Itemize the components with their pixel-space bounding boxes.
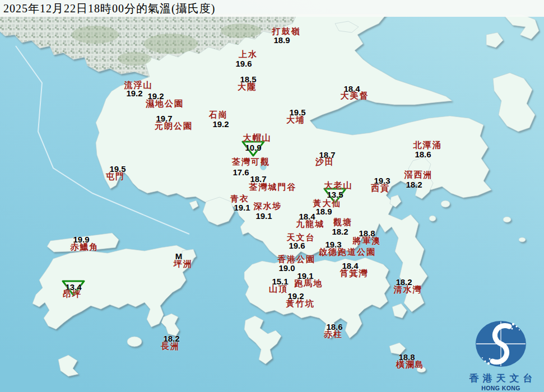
station-name: 赤鱲角	[71, 242, 99, 253]
station-name: 橫瀾島	[396, 360, 425, 370]
station-name: 北潭涌	[413, 140, 442, 151]
hko-logo-name-zh: 香港天文台	[459, 372, 543, 385]
map-title-bar: 2025年12月22日18時00分的氣溫(攝氏度)	[0, 0, 544, 17]
station-name: 深水埗	[254, 201, 282, 212]
station-value: 18.2	[406, 180, 422, 189]
station-name: 山頂	[269, 284, 288, 295]
station-value: 19.2	[212, 119, 229, 129]
station-name: 跑馬地	[295, 278, 323, 289]
station-name: 黃大仙	[313, 198, 342, 209]
station-name: 荃灣可觀	[232, 157, 270, 167]
station-name: 青衣	[230, 194, 249, 204]
station-name: 打鼓嶺	[272, 26, 301, 37]
station-name: 赤柱	[324, 329, 343, 340]
station-name: 元朗公園	[155, 121, 193, 132]
station-name: 將軍澳	[353, 236, 382, 246]
station-name: 清水灣	[394, 284, 422, 295]
station-name: 大帽山	[243, 133, 272, 143]
station-name: 大隴	[238, 82, 257, 92]
station-name: 荃灣城門谷	[249, 182, 297, 193]
station-name: 長洲	[161, 341, 180, 352]
station-name: 沙田	[315, 157, 334, 167]
station-name: 筲箕灣	[340, 268, 369, 279]
map-title: 2025年12月22日18時00分的氣溫(攝氏度)	[0, 1, 215, 16]
hko-logo: 香港天文台 HONG KONG OBSERVATORY	[459, 319, 543, 391]
station-name: 天文台	[287, 232, 315, 243]
station-value: 19.6	[235, 59, 252, 68]
station-value: 19.1	[255, 211, 272, 221]
station-name: 啟德跑道公園	[319, 247, 376, 258]
station-name: 昂坪	[63, 289, 82, 300]
station-name: 濕地公園	[146, 99, 184, 109]
station-name: 上水	[239, 49, 258, 60]
station-name: 石崗	[209, 110, 228, 120]
station-name: 流浮山	[124, 80, 153, 91]
station-name: 黃竹坑	[286, 298, 315, 309]
station-name: 觀塘	[333, 217, 352, 228]
station-name: 九龍城	[296, 219, 325, 230]
hko-temperature-map: 18.9打鼓嶺19.6上水18.5大隴18.4大美督19.2流浮山19.2濕地公…	[0, 0, 544, 392]
station-value: 10.9	[245, 143, 261, 152]
hko-logo-mark	[459, 319, 543, 371]
station-name: 屯門	[106, 171, 125, 182]
station-value: 18.6	[415, 150, 431, 159]
station-name: 香港公園	[277, 254, 315, 265]
station-name: 坪洲	[174, 259, 193, 269]
station-value: 17.6	[233, 167, 249, 177]
station-name: 大老山	[324, 180, 353, 191]
station-name: 西貢	[371, 183, 390, 194]
hko-logo-name-en: HONG KONG OBSERVATORY	[459, 385, 543, 392]
station-name: 大埔	[286, 115, 305, 125]
station-name: 滘西洲	[404, 170, 433, 180]
station-name: 大美督	[341, 91, 369, 101]
station-value: 18.2	[332, 227, 348, 236]
